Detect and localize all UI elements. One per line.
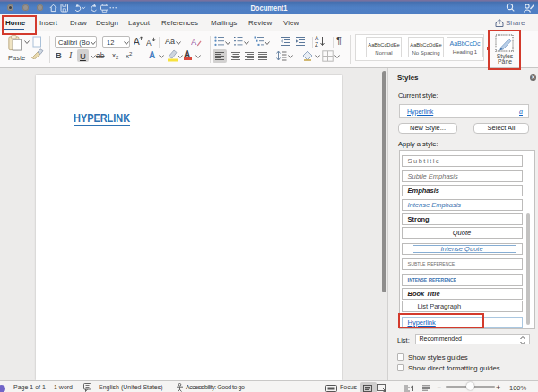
svg-text:A: A [191,37,197,47]
svg-text:Z: Z [315,41,318,48]
svg-text:A: A [134,37,140,47]
svg-text:A: A [146,39,152,48]
svg-text:A: A [315,35,319,41]
